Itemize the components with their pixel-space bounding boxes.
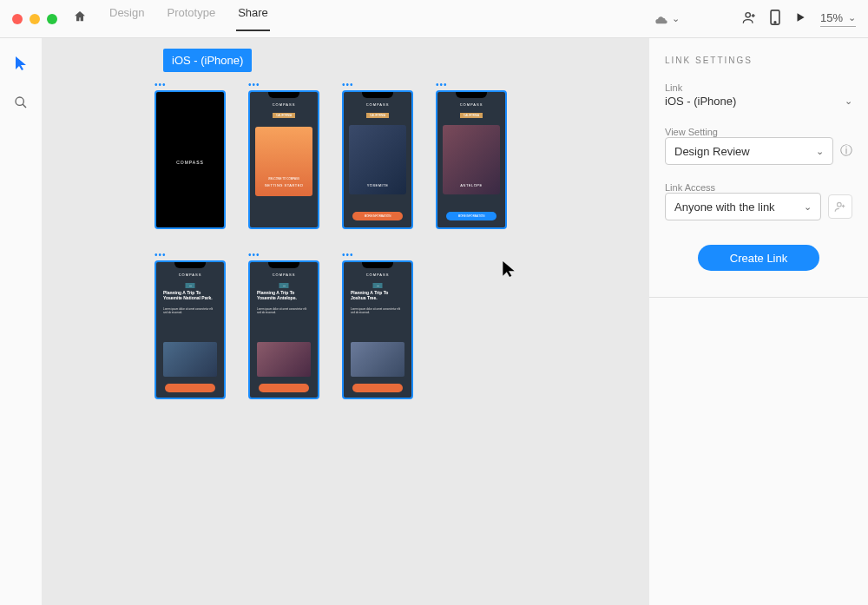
chevron-down-icon: ⌄ (804, 201, 812, 213)
artboard-handle[interactable]: ••• (342, 252, 413, 260)
zoom-value: 15% (820, 11, 843, 24)
artboard-handle[interactable]: ••• (436, 82, 507, 90)
artboard-handle[interactable]: ••• (155, 252, 226, 260)
view-setting-select[interactable]: Design Review ⌄ (665, 137, 833, 165)
svg-point-4 (838, 202, 842, 207)
artboard[interactable]: ••• COMPASS ⋯ Planning A Trip To Yosemit… (155, 252, 226, 399)
brand-text: COMPASS (156, 160, 224, 165)
mobile-preview-icon[interactable] (770, 10, 780, 29)
cloud-sync-menu[interactable]: ⌄ (654, 13, 680, 24)
titlebar: Design Prototype Share ⌄ 15% ⌄ (0, 0, 868, 38)
link-label: Link (665, 82, 852, 93)
artboard[interactable]: ••• COMPASS ⋯ Planning A Trip To Yosemit… (248, 252, 319, 399)
close-window-button[interactable] (12, 14, 23, 24)
svg-point-2 (774, 21, 776, 23)
view-setting-label: View Setting (665, 127, 852, 137)
artboard-handle[interactable]: ••• (248, 252, 319, 260)
svg-point-3 (16, 97, 23, 105)
chevron-down-icon: ⌄ (816, 146, 824, 157)
chevron-down-icon: ⌄ (848, 12, 856, 23)
home-icon[interactable] (73, 10, 87, 28)
panel-divider (649, 297, 868, 298)
artboard[interactable]: ••• COMPASS CALIFORNIA YOSEMITE MORE INF… (342, 82, 413, 229)
panel-title: LINK SETTINGS (665, 56, 852, 65)
right-panel: LINK SETTINGS Link iOS - (iPhone) ⌄ View… (649, 38, 868, 605)
artboard[interactable]: ••• COMPASS ⋯ Planning A Trip To Joshua … (342, 252, 413, 399)
invite-user-icon[interactable] (742, 10, 756, 28)
mode-tabs: Design Prototype Share (108, 6, 270, 31)
artboard-handle[interactable]: ••• (248, 82, 319, 90)
canvas[interactable]: iOS - (iPhone) ••• COMPASS ••• COMPASS C… (42, 38, 649, 605)
tab-prototype[interactable]: Prototype (165, 6, 217, 31)
play-preview-icon[interactable] (794, 11, 806, 27)
search-icon[interactable] (14, 95, 28, 113)
svg-point-0 (746, 12, 750, 16)
info-icon[interactable]: ⓘ (840, 143, 852, 159)
selection-label[interactable]: iOS - (iPhone) (163, 49, 252, 72)
titlebar-right: ⌄ 15% ⌄ (654, 10, 856, 29)
tab-share[interactable]: Share (236, 6, 270, 31)
link-access-select[interactable]: Anyone with the link ⌄ (665, 193, 821, 220)
artboard-grid: ••• COMPASS ••• COMPASS CALIFORNIA WELCO… (155, 82, 507, 399)
chevron-down-icon: ⌄ (672, 13, 680, 24)
tab-design[interactable]: Design (108, 6, 146, 31)
create-link-button[interactable]: Create Link (698, 245, 819, 271)
select-tool-icon[interactable] (15, 56, 27, 75)
artboard[interactable]: ••• COMPASS (155, 82, 226, 229)
artboard[interactable]: ••• COMPASS CALIFORNIA WELCOME TO COMPAS… (248, 82, 319, 229)
zoom-select[interactable]: 15% ⌄ (820, 11, 856, 27)
artboard[interactable]: ••• COMPASS CALIFORNIA ANTELOPE MORE INF… (436, 82, 507, 229)
left-toolstrip (0, 38, 42, 605)
artboard-handle[interactable]: ••• (342, 82, 413, 90)
link-select[interactable]: iOS - (iPhone) ⌄ (665, 93, 852, 109)
minimize-window-button[interactable] (30, 14, 40, 24)
maximize-window-button[interactable] (47, 14, 57, 24)
artboard-handle[interactable]: ••• (155, 82, 226, 90)
chevron-down-icon: ⌄ (845, 95, 852, 107)
add-user-button[interactable] (828, 194, 852, 219)
link-access-label: Link Access (665, 182, 852, 193)
window-controls (12, 14, 57, 24)
